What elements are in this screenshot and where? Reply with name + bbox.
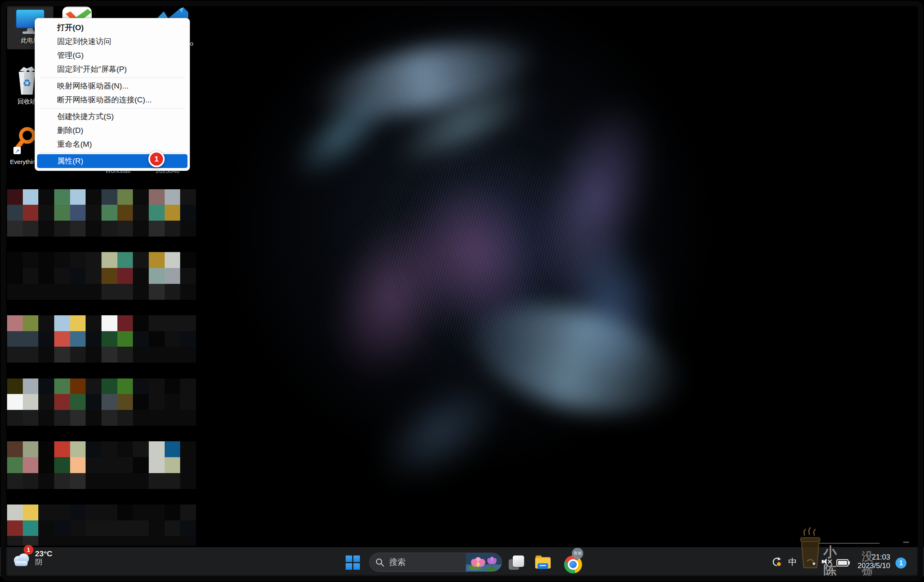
taskbar-weather-widget[interactable]: 1 23°C 阴 (12, 550, 52, 566)
censored-icons-mosaic (7, 173, 196, 546)
mosaic-cell (54, 505, 70, 520)
mosaic-cell (70, 457, 86, 473)
mosaic-cell (7, 331, 23, 347)
mosaic-cell (86, 410, 101, 426)
file-explorer-button[interactable] (535, 554, 551, 570)
mosaic-cell (165, 441, 181, 457)
mosaic-cell (86, 520, 101, 536)
mosaic-cell (86, 331, 101, 347)
mosaic-cell (165, 457, 181, 473)
menu-item-open[interactable]: 打开(O) (37, 21, 187, 35)
mosaic-cell (54, 520, 70, 536)
search-box[interactable]: 搜索 (369, 553, 502, 572)
mosaic-cell (101, 457, 117, 473)
mosaic-cell (86, 221, 101, 237)
menu-item-create-shortcut[interactable]: 创建快捷方式(S) (37, 110, 187, 124)
tray-ime-indicator[interactable]: 中 (788, 556, 797, 568)
mosaic-cell (23, 189, 39, 205)
mosaic-cell (180, 315, 196, 331)
mosaic-cell (133, 284, 149, 300)
mosaic-cell (149, 315, 165, 331)
mosaic-cell (38, 315, 54, 331)
menu-item-pin-to-start[interactable]: 固定到“开始”屏幕(P) (37, 62, 187, 76)
mosaic-cell (54, 347, 70, 363)
mosaic-cell (149, 252, 165, 268)
mosaic-cell (70, 189, 86, 205)
tray-sync-icon[interactable] (771, 556, 782, 567)
menu-item-properties[interactable]: 属性(R)1 (37, 154, 187, 168)
start-button[interactable] (346, 555, 360, 570)
mosaic-cell (101, 252, 117, 268)
mosaic-cell (23, 221, 39, 237)
svg-text:♻: ♻ (22, 77, 31, 89)
mosaic-cell (117, 189, 133, 205)
mosaic-cell (38, 505, 54, 520)
mosaic-cell (165, 205, 181, 221)
volume-muted-icon[interactable] (822, 557, 832, 566)
mosaic-cell (149, 457, 165, 473)
mosaic-cell (86, 378, 101, 394)
icon-label: 回收站 (18, 98, 36, 106)
mosaic-cell (180, 505, 196, 520)
mosaic-cell (7, 473, 23, 489)
mosaic-cell (117, 205, 133, 221)
menu-item-pin-to-quick-access[interactable]: 固定到快速访问 (37, 35, 187, 49)
mosaic-cell (7, 252, 23, 268)
mosaic-cell (86, 347, 101, 363)
svg-text:↗: ↗ (15, 148, 20, 154)
mosaic-cell (38, 284, 54, 300)
mosaic-cell (149, 505, 165, 520)
mosaic-cell (70, 331, 86, 347)
mosaic-cell (101, 378, 117, 394)
mosaic-cell (133, 252, 149, 268)
menu-item-map-network-drive[interactable]: 映射网络驱动器(N)... (37, 79, 187, 93)
mosaic-cell (180, 394, 196, 410)
start-logo-pane (346, 563, 352, 570)
menu-item-manage[interactable]: 管理(G) (37, 49, 187, 62)
menu-separator (40, 108, 185, 108)
mosaic-cell (101, 331, 117, 347)
step-badge: 1 (148, 151, 165, 167)
mosaic-cell (117, 315, 133, 331)
mosaic-cell (165, 394, 181, 410)
menu-item-rename[interactable]: 重命名(M) (37, 137, 187, 151)
mosaic-cell (23, 205, 39, 221)
everything-icon: ↗ (13, 126, 36, 156)
mosaic-cell (7, 457, 23, 473)
mosaic-cell (70, 268, 86, 284)
weather-notification-badge: 1 (24, 545, 33, 555)
context-menu: 打开(O)固定到快速访问管理(G)固定到“开始”屏幕(P)映射网络驱动器(N).… (35, 18, 190, 171)
mosaic-cell (86, 505, 101, 520)
notification-count-badge[interactable]: 1 (895, 558, 906, 569)
mosaic-cell (149, 268, 165, 284)
mosaic-cell (38, 252, 54, 268)
desktop-icon-blue-partial[interactable] (157, 7, 189, 18)
mosaic-cell (165, 284, 181, 300)
mosaic-cell (133, 536, 149, 546)
mosaic-cell (70, 520, 86, 536)
mosaic-cell (7, 284, 23, 300)
mosaic-cell (180, 205, 196, 221)
mosaic-cell (133, 457, 149, 473)
mosaic-cell (23, 331, 39, 347)
mosaic-cell (180, 189, 196, 205)
mosaic-cell (133, 505, 149, 520)
chrome-profile-badge: 香菜 (572, 548, 583, 559)
mosaic-cell (38, 378, 54, 394)
mosaic-cell (23, 536, 39, 546)
mosaic-cell (23, 457, 39, 473)
mosaic-cell (165, 473, 181, 489)
mosaic-cell (7, 410, 23, 426)
task-view-button[interactable] (509, 555, 525, 570)
menu-item-disconnect-network-drive[interactable]: 断开网络驱动器的连接(C)... (37, 93, 187, 107)
mosaic-cell (133, 378, 149, 394)
mosaic-cell (54, 252, 70, 268)
mosaic-cell (133, 205, 149, 221)
mosaic-cell (54, 410, 70, 426)
menu-item-delete[interactable]: 删除(D) (37, 124, 187, 137)
mosaic-cell (70, 410, 86, 426)
mosaic-cell (70, 252, 86, 268)
tray-clock[interactable]: 21:03 2023/5/10 (839, 553, 890, 570)
mosaic-cell (86, 457, 101, 473)
mosaic-cell (180, 268, 196, 284)
